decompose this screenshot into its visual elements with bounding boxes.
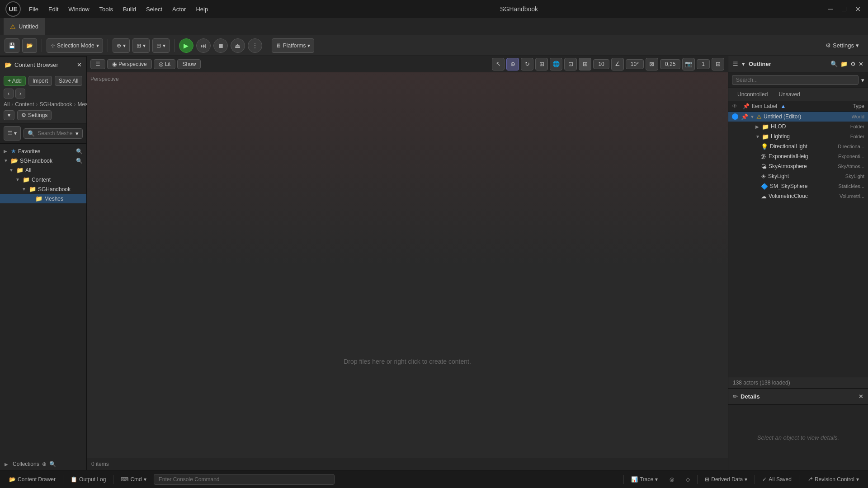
layout-button[interactable]: ⊟ ▾ bbox=[152, 38, 170, 53]
outliner-search-input[interactable] bbox=[732, 75, 859, 85]
save-button[interactable]: 💾 bbox=[5, 38, 19, 53]
coord-system-button[interactable]: 🌐 bbox=[550, 58, 562, 70]
close-button[interactable]: ✕ bbox=[853, 4, 863, 14]
outliner-tab-unsaved[interactable]: Unsaved bbox=[773, 90, 805, 99]
outliner-add-icon[interactable]: 📁 bbox=[840, 61, 848, 67]
revision-control-button[interactable]: ⎇ Revision Control ▾ bbox=[802, 475, 863, 484]
angle-value[interactable]: 10° bbox=[626, 59, 644, 69]
menu-build[interactable]: Build bbox=[118, 4, 141, 14]
outliner-search-icon[interactable]: 🔍 bbox=[830, 61, 838, 67]
outliner-settings-icon[interactable]: ⚙ bbox=[850, 61, 856, 67]
grid-size-value[interactable]: 10 bbox=[593, 59, 609, 69]
menu-select[interactable]: Select bbox=[142, 4, 167, 14]
outliner-row-skyatmosphere[interactable]: 🌤 SkyAtmosphere SkyAtmos... bbox=[728, 161, 868, 171]
translate-tool-button[interactable]: ⊕ bbox=[506, 58, 519, 70]
maximize-button[interactable]: □ bbox=[839, 4, 849, 14]
tree-all[interactable]: ▼ 📁 All bbox=[0, 165, 86, 175]
settings-button[interactable]: ⚙ Settings ▾ bbox=[821, 40, 863, 51]
angle-snap-button[interactable]: ∠ bbox=[611, 58, 624, 70]
label-col-header[interactable]: Item Label ▲ bbox=[752, 103, 828, 109]
active-tab[interactable]: ⚠ Untitled bbox=[4, 18, 45, 35]
stop-button[interactable]: ⏹ bbox=[213, 38, 228, 53]
outliner-row-sm-skysphere[interactable]: 🔷 SM_SkySphere StaticMes... bbox=[728, 181, 868, 191]
rotate-tool-button[interactable]: ↻ bbox=[521, 58, 533, 70]
menu-tools[interactable]: Tools bbox=[95, 4, 118, 14]
cb-breadcrumb-dropdown[interactable]: ▾ bbox=[4, 110, 14, 120]
lit-button[interactable]: ◎ Lit bbox=[154, 59, 176, 69]
breadcrumb-all[interactable]: All bbox=[4, 101, 9, 108]
trace-button[interactable]: 📊 Trace ▾ bbox=[627, 475, 662, 484]
cb-sort-button[interactable]: ☰ ▾ bbox=[4, 126, 21, 141]
eject-button[interactable]: ⏏ bbox=[231, 38, 245, 53]
scale-value[interactable]: 0,25 bbox=[660, 59, 680, 69]
cb-add-button[interactable]: + Add bbox=[4, 76, 26, 86]
surface-snapping-button[interactable]: ⊡ bbox=[564, 58, 577, 70]
play-button[interactable]: ▶ bbox=[179, 38, 193, 53]
search-dropdown-icon[interactable]: ▾ bbox=[75, 130, 79, 137]
lighting-arrow[interactable]: ▼ bbox=[755, 134, 760, 139]
console-input[interactable] bbox=[154, 474, 335, 485]
cmd-button[interactable]: ⌨ Cmd ▾ bbox=[116, 475, 151, 484]
outliner-row-lighting[interactable]: ▼ 📁 Lighting Folder bbox=[728, 131, 868, 141]
collections-add-icon[interactable]: ⊕ bbox=[42, 461, 47, 467]
content-drawer-button[interactable]: 📂 Content Drawer bbox=[5, 475, 60, 484]
derived-data-button[interactable]: ⊞ Derived Data ▾ bbox=[700, 475, 752, 484]
breadcrumb-sghandbook[interactable]: SGHandbook bbox=[39, 101, 72, 108]
favorites-search-icon[interactable]: 🔍 bbox=[76, 148, 83, 155]
more-button[interactable]: ⋮ bbox=[248, 38, 262, 53]
tree-sghandbook-root[interactable]: ▼ 📂 SGHandbook 🔍 bbox=[0, 156, 86, 165]
minimize-button[interactable]: ─ bbox=[826, 4, 835, 14]
open-button[interactable]: 📂 bbox=[22, 38, 37, 53]
grid-snap-button[interactable]: ⊞ bbox=[579, 58, 591, 70]
perspective-button[interactable]: ◉ Perspective bbox=[107, 59, 152, 69]
camera-value[interactable]: 1 bbox=[697, 59, 710, 69]
outliner-tab-uncontrolled[interactable]: Uncontrolled bbox=[732, 90, 773, 99]
content-browser-search-box[interactable]: 🔍 ▾ bbox=[24, 128, 83, 139]
skip-button[interactable]: ⏭ bbox=[196, 38, 211, 53]
status-icon-1[interactable]: ◎ bbox=[665, 475, 679, 484]
status-icon-2[interactable]: ◇ bbox=[681, 475, 694, 484]
menu-actor[interactable]: Actor bbox=[168, 4, 190, 14]
outliner-row-exponentialheig[interactable]: 🌫 ExponentialHeig Exponenti... bbox=[728, 151, 868, 161]
hamburger-menu-button[interactable]: ☰ bbox=[90, 59, 105, 69]
scale-snap-button[interactable]: ⊠ bbox=[646, 58, 658, 70]
tree-content[interactable]: ▼ 📁 Content bbox=[0, 175, 86, 184]
scale-tool-button[interactable]: ⊞ bbox=[535, 58, 548, 70]
collections-search-icon[interactable]: 🔍 bbox=[49, 461, 56, 467]
breadcrumb-content[interactable]: Content bbox=[15, 101, 34, 108]
selection-mode-button[interactable]: ⊹ Selection Mode ▾ bbox=[47, 38, 103, 53]
outliner-row-directionallight[interactable]: 💡 DirectionalLight Directiona... bbox=[728, 141, 868, 151]
tree-favorites[interactable]: ▶ ★ Favorites 🔍 bbox=[0, 146, 86, 156]
outliner-row-world[interactable]: 📌 ▼ ⚠ Untitled (Editor) World bbox=[728, 112, 868, 122]
outliner-filter-icon[interactable]: ☰ bbox=[733, 61, 738, 67]
content-browser-close-icon[interactable]: ✕ bbox=[77, 61, 82, 68]
outliner-filter-dropdown[interactable]: ▾ bbox=[742, 61, 745, 67]
outliner-row-hlod[interactable]: ▶ 📁 HLOD Folder bbox=[728, 122, 868, 131]
maximize-viewport-button[interactable]: ⊞ bbox=[712, 58, 724, 70]
cb-import-button[interactable]: Import bbox=[28, 76, 52, 86]
camera-speed-button[interactable]: 📷 bbox=[682, 58, 695, 70]
menu-edit[interactable]: Edit bbox=[44, 4, 63, 14]
cb-save-all-button[interactable]: Save All bbox=[55, 76, 82, 86]
menu-window[interactable]: Window bbox=[64, 4, 94, 14]
show-button[interactable]: Show bbox=[177, 59, 201, 69]
outliner-search-dropdown[interactable]: ▾ bbox=[861, 77, 864, 84]
tree-meshes[interactable]: 📁 Meshes bbox=[0, 194, 86, 203]
cb-back-button[interactable]: ‹ bbox=[4, 89, 14, 99]
tree-sghandbook-folder[interactable]: ▼ 📁 SGHandbook bbox=[0, 184, 86, 194]
content-browser-search-input[interactable] bbox=[38, 130, 73, 136]
hlod-arrow[interactable]: ▶ bbox=[755, 124, 760, 129]
cb-forward-button[interactable]: › bbox=[15, 89, 25, 99]
cb-settings-button[interactable]: ⚙ Settings bbox=[17, 110, 52, 120]
add-object-button[interactable]: ⊕ ▾ bbox=[113, 38, 130, 53]
menu-file[interactable]: File bbox=[24, 4, 43, 14]
details-close-icon[interactable]: ✕ bbox=[859, 393, 863, 400]
platforms-button[interactable]: 🖥 Platforms ▾ bbox=[272, 38, 315, 53]
all-saved-button[interactable]: ✓ All Saved bbox=[758, 475, 796, 484]
outliner-row-volumetriccloud[interactable]: ☁ VolumetricClouc Volumetri... bbox=[728, 191, 868, 201]
outliner-row-skylight[interactable]: ☀ SkyLight SkyLight bbox=[728, 171, 868, 181]
menu-help[interactable]: Help bbox=[191, 4, 212, 14]
output-log-button[interactable]: 📋 Output Log bbox=[66, 475, 110, 484]
snap-button[interactable]: ⊞ ▾ bbox=[132, 38, 150, 53]
select-tool-button[interactable]: ↖ bbox=[492, 58, 505, 70]
